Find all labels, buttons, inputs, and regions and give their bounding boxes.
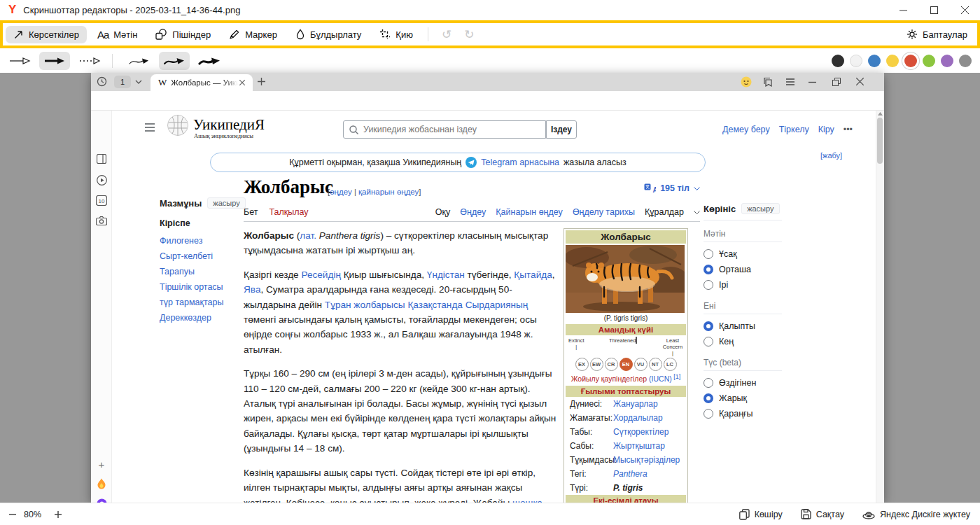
rail-flame-icon[interactable] bbox=[95, 477, 108, 490]
wikipedia-wordmark[interactable]: УикипедиЯ bbox=[193, 116, 265, 134]
copy-button[interactable]: Көшіру bbox=[739, 509, 783, 520]
color-swatch-blue[interactable] bbox=[868, 55, 881, 67]
radio-color-dark[interactable]: Қараңғы bbox=[704, 406, 782, 421]
arrow-tool-icon bbox=[13, 29, 24, 40]
banner-close-link[interactable]: [жабу] bbox=[820, 151, 842, 160]
arrow-style-thick[interactable] bbox=[39, 52, 70, 70]
window-minimize-button[interactable] bbox=[888, 0, 918, 20]
search-button[interactable]: Іздеу bbox=[546, 120, 577, 139]
banner-telegram-link[interactable]: Telegram арнасына bbox=[481, 158, 559, 167]
donate-link[interactable]: Демеу беру bbox=[722, 125, 770, 134]
toc-item-subspecies[interactable]: түр тармақтары bbox=[160, 298, 238, 307]
tab-counter[interactable]: 1 bbox=[114, 76, 131, 88]
rail-panels-icon[interactable] bbox=[95, 153, 108, 165]
language-selector[interactable]: A 195 тіл bbox=[581, 183, 700, 193]
profile-avatar[interactable] bbox=[741, 76, 752, 88]
tool-text[interactable]: Aa Мәтін bbox=[90, 25, 145, 44]
window-maximize-button[interactable] bbox=[918, 0, 949, 20]
sketch-arrow-thick[interactable] bbox=[194, 52, 225, 70]
radio-width-wide[interactable]: Кең bbox=[704, 334, 782, 349]
arrow-style-dotted[interactable] bbox=[74, 52, 105, 70]
telegram-banner: Құрметті оқырман, қазақша Уикипедияның T… bbox=[210, 153, 706, 172]
article-edit-links[interactable]: [өңдеу | қайнарын өңдеу] bbox=[328, 188, 421, 196]
iucn-ew: EW bbox=[590, 358, 603, 371]
arrow-style-thin[interactable] bbox=[4, 52, 35, 70]
rail-badge-10-icon[interactable]: 10 bbox=[95, 194, 108, 206]
radio-text-standard[interactable]: Орташа bbox=[704, 262, 782, 277]
article-body: Жолбарыс (лат. Panthera tigris) – сүтқор… bbox=[244, 228, 559, 503]
new-tab-button[interactable] bbox=[257, 77, 266, 86]
color-swatch-purple[interactable] bbox=[941, 55, 953, 67]
tab-edit-source[interactable]: Қайнарын өңдеу bbox=[496, 207, 563, 217]
zoom-out-button[interactable] bbox=[6, 507, 20, 522]
wiki-search-box[interactable] bbox=[343, 120, 546, 139]
userlinks-more[interactable]: ••• bbox=[844, 125, 853, 134]
toc-item-intro[interactable]: Кіріспе bbox=[160, 218, 238, 228]
tab-read[interactable]: Оқу bbox=[435, 207, 450, 217]
radio-text-small[interactable]: Ұсақ bbox=[704, 246, 782, 262]
scrollbar-thumb[interactable] bbox=[877, 118, 883, 164]
search-input[interactable] bbox=[363, 125, 524, 134]
upload-yandex-disk-button[interactable]: Яндекс Дискіге жүктеу bbox=[862, 510, 970, 519]
tool-shapes[interactable]: Пішіндер bbox=[148, 25, 218, 43]
status-line[interactable]: Жойылу қаупіндегілер (IUCN) [1] bbox=[566, 373, 686, 386]
redo-button[interactable]: ↻ bbox=[458, 27, 480, 42]
appearance-hide-button[interactable]: жасыру bbox=[741, 203, 779, 214]
tab-page[interactable]: Бет bbox=[244, 207, 258, 217]
radio-color-auto[interactable]: Өздігінен bbox=[704, 375, 782, 391]
toc-item-references[interactable]: Дереккөздер bbox=[160, 313, 238, 323]
browser-active-tab[interactable]: W Жолбарыс — Уикипед bbox=[150, 74, 253, 91]
radio-width-standard[interactable]: Қалыпты bbox=[704, 318, 782, 334]
color-swatch-red-selected[interactable] bbox=[904, 55, 917, 67]
tab-tools[interactable]: Құралдар bbox=[645, 207, 684, 217]
settings-button[interactable]: Баптаулар bbox=[906, 29, 967, 40]
color-swatch-yellow[interactable] bbox=[886, 55, 899, 67]
toc-item-distribution[interactable]: Тарапуы bbox=[160, 267, 238, 276]
sketch-arrow-medium[interactable] bbox=[159, 52, 190, 70]
radio-text-large[interactable]: Ірі bbox=[704, 277, 782, 293]
tool-blur[interactable]: Бұлдырлату bbox=[288, 25, 369, 43]
banner-text-post: жазыла аласыз bbox=[564, 158, 626, 167]
tool-arrows[interactable]: Көрсеткілер bbox=[6, 26, 87, 43]
rail-video-icon[interactable] bbox=[95, 174, 108, 186]
taxonomy-row: Дүниесі:Жануарлар bbox=[566, 397, 686, 411]
browser-menu-icon[interactable] bbox=[785, 78, 795, 85]
register-link[interactable]: Тіркелу bbox=[779, 125, 809, 134]
scrollbar-up-arrow[interactable] bbox=[878, 112, 883, 115]
page-scrollbar[interactable] bbox=[876, 111, 884, 503]
toc-item-phylogeny[interactable]: Филогенез bbox=[160, 236, 238, 246]
wiki-menu-icon[interactable] bbox=[144, 123, 155, 132]
toc-item-habitat[interactable]: Тіршілік ортасы bbox=[160, 282, 238, 292]
page-tabs-left: Бет Талқылау bbox=[244, 207, 309, 217]
tab-edit[interactable]: Өңдеу bbox=[460, 207, 486, 217]
tab-talk[interactable]: Талқылау bbox=[269, 207, 308, 217]
wikipedia-globe-logo[interactable] bbox=[167, 114, 189, 136]
browser-restore-icon[interactable] bbox=[832, 78, 841, 86]
tabs-chevron-icon[interactable] bbox=[135, 80, 142, 84]
save-button[interactable]: Сақтау bbox=[801, 509, 844, 519]
zoom-in-button[interactable] bbox=[51, 507, 65, 522]
panels-icon[interactable] bbox=[763, 77, 773, 87]
rail-add-icon[interactable]: + bbox=[95, 458, 108, 470]
browser-close-icon[interactable] bbox=[856, 78, 864, 85]
color-swatch-black[interactable] bbox=[832, 55, 844, 67]
rail-alice-icon[interactable] bbox=[95, 497, 108, 503]
radio-color-light[interactable]: Жарық bbox=[704, 391, 782, 406]
sketch-arrow-thin[interactable] bbox=[124, 52, 155, 70]
color-swatch-gray[interactable] bbox=[959, 55, 972, 67]
tab-close-icon[interactable] bbox=[239, 80, 245, 85]
history-clock-icon[interactable] bbox=[97, 76, 107, 87]
rail-camera-icon[interactable] bbox=[95, 214, 108, 227]
tool-marker[interactable]: Маркер bbox=[221, 25, 285, 43]
window-close-button[interactable] bbox=[949, 0, 980, 20]
color-swatch-green[interactable] bbox=[923, 55, 935, 67]
editor-canvas[interactable]: 1 W Жолбарыс — Уикипед bbox=[0, 73, 980, 503]
undo-button[interactable]: ↺ bbox=[435, 27, 458, 42]
tab-history[interactable]: Өңделу тарихы bbox=[573, 207, 635, 217]
tool-crop[interactable]: Қию bbox=[372, 25, 421, 43]
toc-item-appearance[interactable]: Сырт-келбеті bbox=[160, 251, 238, 261]
login-link[interactable]: Кіру bbox=[818, 125, 834, 134]
browser-minimize-icon[interactable] bbox=[808, 81, 816, 83]
color-swatch-white[interactable] bbox=[850, 55, 862, 67]
toc-hide-button[interactable]: жасыру bbox=[207, 197, 245, 209]
